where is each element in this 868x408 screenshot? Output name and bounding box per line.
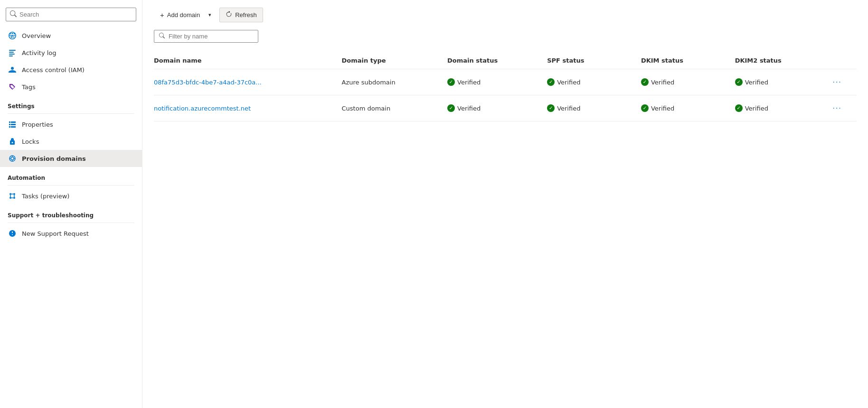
sidebar-item-locks-label: Locks [22, 138, 39, 145]
cell-actions[interactable]: ··· [829, 95, 857, 121]
sidebar-item-provision-label: Provision domains [22, 155, 86, 162]
domains-table: Domain name Domain type Domain status SP… [154, 52, 857, 121]
search-input[interactable] [19, 11, 132, 18]
support-section-header: Support + troubleshooting [0, 204, 142, 221]
cell-dkim2-status: Verified [735, 95, 829, 121]
refresh-label: Refresh [235, 11, 257, 19]
svg-point-12 [9, 193, 11, 195]
cell-domain-name[interactable]: 08fa75d3-bfdc-4be7-a4ad-37c0a... [154, 69, 342, 95]
sidebar-item-properties-label: Properties [22, 121, 53, 128]
sidebar-item-iam-label: Access control (IAM) [22, 66, 85, 74]
cell-actions[interactable]: ··· [829, 69, 857, 95]
sidebar-item-tags[interactable]: Tags [0, 78, 142, 95]
cell-dkim-status: Verified [641, 95, 735, 121]
sidebar-item-tasks[interactable]: Tasks (preview) [0, 187, 142, 204]
tag-icon [8, 82, 17, 92]
sidebar-item-new-support[interactable]: New Support Request [0, 225, 142, 242]
svg-rect-9 [11, 126, 16, 128]
verified-label: Verified [457, 105, 481, 112]
verified-badge: Verified [641, 78, 729, 86]
sidebar-item-overview-label: Overview [22, 32, 51, 39]
sidebar-item-locks[interactable]: Locks [0, 133, 142, 150]
tasks-icon [8, 191, 17, 201]
check-icon [641, 104, 649, 112]
sidebar-item-overview[interactable]: Overview [0, 27, 142, 44]
svg-rect-3 [9, 56, 13, 56]
sidebar-item-properties[interactable]: Properties [0, 116, 142, 133]
check-icon [547, 104, 555, 112]
domain-name-link[interactable]: 08fa75d3-bfdc-4be7-a4ad-37c0a... [154, 79, 262, 86]
verified-label: Verified [651, 79, 674, 86]
toolbar: + Add domain ▾ Refresh [154, 8, 857, 22]
chevron-down-icon: ▾ [208, 12, 211, 18]
add-domain-label: Add domain [167, 11, 200, 19]
verified-badge: Verified [641, 104, 729, 112]
col-domain-name: Domain name [154, 52, 342, 69]
verified-label: Verified [557, 105, 580, 112]
provision-icon [8, 154, 17, 163]
add-domain-button[interactable]: + Add domain [154, 8, 204, 22]
main-content: + Add domain ▾ Refresh [142, 0, 868, 408]
svg-point-15 [13, 197, 15, 199]
add-domain-button-group: + Add domain ▾ [154, 8, 216, 22]
lock-icon [8, 137, 17, 146]
cell-domain-name[interactable]: notification.azurecommtest.net [154, 95, 342, 121]
cell-domain-status: Verified [447, 95, 547, 121]
search-box[interactable] [6, 8, 136, 21]
svg-rect-2 [9, 54, 15, 55]
sidebar: Overview Activity log Access control (IA… [0, 0, 142, 408]
sidebar-item-activity-label: Activity log [22, 49, 57, 56]
sidebar-item-activity-log[interactable]: Activity log [0, 44, 142, 61]
plus-icon: + [160, 11, 164, 19]
automation-divider [8, 185, 134, 185]
domain-name-link[interactable]: notification.azurecommtest.net [154, 105, 251, 112]
sidebar-item-tasks-label: Tasks (preview) [22, 193, 69, 200]
add-domain-chevron[interactable]: ▾ [204, 9, 216, 21]
filter-input[interactable] [169, 33, 253, 40]
filter-box[interactable] [154, 30, 258, 43]
col-spf-status: SPF status [547, 52, 641, 69]
verified-badge: Verified [547, 104, 635, 112]
verified-badge: Verified [547, 78, 635, 86]
check-icon [735, 78, 743, 86]
refresh-button[interactable]: Refresh [219, 8, 263, 22]
svg-point-13 [13, 193, 15, 195]
cell-dkim2-status: Verified [735, 69, 829, 95]
properties-icon [8, 120, 17, 129]
table-row: notification.azurecommtest.net Custom do… [154, 95, 857, 121]
col-dkim-status: DKIM status [641, 52, 735, 69]
sidebar-item-provision-domains[interactable]: Provision domains [0, 150, 142, 167]
svg-rect-8 [9, 126, 10, 128]
check-icon [641, 78, 649, 86]
col-domain-type: Domain type [342, 52, 447, 69]
table-row: 08fa75d3-bfdc-4be7-a4ad-37c0a... Azure s… [154, 69, 857, 95]
verified-badge: Verified [447, 104, 541, 112]
cell-domain-type: Azure subdomain [342, 69, 447, 95]
sidebar-item-iam[interactable]: Access control (IAM) [0, 61, 142, 78]
globe-icon [8, 31, 17, 40]
svg-point-14 [9, 197, 11, 199]
check-icon [547, 78, 555, 86]
row-more-button[interactable]: ··· [829, 102, 845, 114]
check-icon [447, 78, 455, 86]
table-header: Domain name Domain type Domain status SP… [154, 52, 857, 69]
check-icon [735, 104, 743, 112]
verified-label: Verified [651, 105, 674, 112]
filter-search-icon [159, 33, 165, 40]
cell-domain-status: Verified [447, 69, 547, 95]
svg-point-10 [11, 157, 14, 160]
svg-rect-4 [9, 121, 10, 123]
sidebar-item-new-support-label: New Support Request [22, 230, 89, 237]
cell-spf-status: Verified [547, 69, 641, 95]
col-actions [829, 52, 857, 69]
row-more-button[interactable]: ··· [829, 76, 845, 88]
col-dkim2-status: DKIM2 status [735, 52, 829, 69]
verified-badge: Verified [735, 78, 823, 86]
support-icon [8, 229, 17, 238]
automation-section-header: Automation [0, 167, 142, 183]
cell-spf-status: Verified [547, 95, 641, 121]
settings-section-header: Settings [0, 95, 142, 111]
support-divider [8, 223, 134, 223]
sidebar-item-tags-label: Tags [22, 83, 36, 91]
svg-rect-7 [11, 124, 16, 125]
